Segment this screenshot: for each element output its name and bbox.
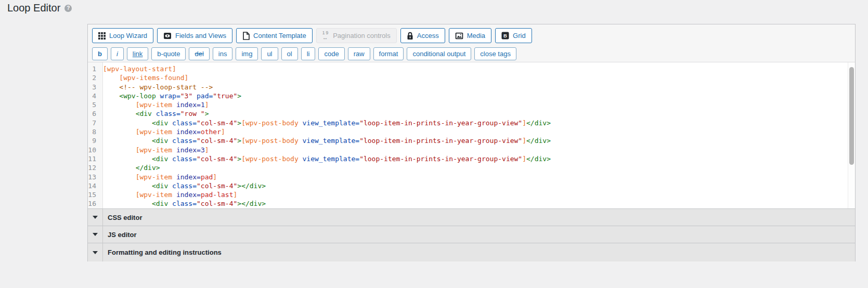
content-template-label: Content Template (253, 32, 306, 40)
help-icon[interactable]: ? (64, 5, 72, 12)
svg-text:B: B (503, 33, 507, 38)
editor-scrollbar-thumb[interactable] (849, 67, 854, 165)
line-number: 6 (88, 109, 100, 118)
js-editor-section[interactable]: JS editor (88, 226, 855, 243)
line-content: <div class="col-sm-4">[wpv-post-body vie… (100, 136, 551, 145)
lock-icon (407, 32, 413, 40)
line-number: 15 (88, 190, 100, 199)
line-number: 7 (88, 119, 100, 127)
line-content: [wpv-layout-start] (100, 64, 176, 73)
code-line-11: 11 <div class="col-sm-4">[wpv-post-body … (88, 154, 855, 163)
formatting-and-editing-instructions-section[interactable]: Formatting and editing instructions (88, 243, 855, 261)
quicktag-raw-button[interactable]: raw (348, 47, 370, 60)
code-line-3: 3 <!-- wpv-loop-start --> (88, 83, 855, 91)
line-content: [wpv-item index=other] (100, 127, 225, 136)
line-number: 9 (88, 136, 100, 145)
code-line-14: 14 <div class="col-sm-4"></div> (88, 181, 855, 190)
line-content: <wpv-loop wrap="3" pad="true"> (100, 91, 241, 100)
quicktag-i-button[interactable]: i (111, 47, 124, 60)
fields-and-views-icon (163, 32, 172, 40)
grid-button[interactable]: BGrid (495, 28, 532, 43)
line-content: <div class="col-sm-4">[wpv-post-body vie… (100, 154, 551, 163)
quicktag-close-tags-button[interactable]: close tags (474, 47, 516, 60)
line-content: [wpv-item index=pad] (100, 173, 217, 181)
line-content: </div> (100, 163, 160, 172)
line-number: 3 (88, 83, 100, 91)
quicktags-toolbar: bilinkb-quotedelinsimgulollicoderawforma… (88, 44, 855, 62)
page-header: Loop Editor ? (7, 2, 72, 14)
code-line-10: 10 [wpv-item index=3] (88, 146, 855, 154)
quicktag-conditional-output-button[interactable]: conditional output (407, 47, 471, 60)
bootstrap-grid-icon: B (501, 32, 509, 40)
pagination-icon: 19↔ (322, 31, 329, 41)
code-line-9: 9 <div class="col-sm-4">[wpv-post-body v… (88, 136, 855, 145)
quicktag-li-button[interactable]: li (301, 47, 316, 60)
css-editor-label: CSS editor (103, 209, 142, 226)
content-template-icon (242, 32, 250, 40)
quicktag-ol-button[interactable]: ol (281, 47, 298, 60)
editor-toolbar: Loop WizardFields and ViewsContent Templ… (88, 24, 855, 44)
pagination-controls-label: Pagination controls (333, 32, 391, 40)
code-line-8: 8 [wpv-item index=other] (88, 127, 855, 136)
code-line-7: 7 <div class="col-sm-4">[wpv-post-body v… (88, 119, 855, 127)
line-content: <div class="col-sm-4"></div> (100, 199, 266, 208)
quicktag-ul-button[interactable]: ul (261, 47, 278, 60)
access-button[interactable]: Access (400, 28, 445, 43)
code-line-12: 12 </div> (88, 163, 855, 172)
code-line-15: 15 [wpv-item index=pad-last] (88, 190, 855, 199)
content-template-button[interactable]: Content Template (236, 28, 313, 43)
line-number: 5 (88, 100, 100, 109)
quicktag-ins-button[interactable]: ins (213, 47, 233, 60)
line-number: 1 (88, 64, 100, 73)
line-number: 13 (88, 173, 100, 181)
quicktag-link-button[interactable]: link (127, 47, 149, 60)
quicktag-format-button[interactable]: format (373, 47, 404, 60)
fields-and-views-button[interactable]: Fields and Views (157, 28, 232, 43)
grid-label: Grid (513, 32, 526, 40)
line-number: 4 (88, 91, 100, 100)
chevron-down-icon (88, 243, 103, 261)
code-line-4: 4 <wpv-loop wrap="3" pad="true"> (88, 91, 855, 100)
media-button[interactable]: Media (449, 28, 491, 43)
quicktag-b-quote-button[interactable]: b-quote (151, 47, 186, 60)
quicktag-code-button[interactable]: code (318, 47, 344, 60)
loop-wizard-button[interactable]: Loop Wizard (92, 28, 153, 43)
quicktag-img-button[interactable]: img (236, 47, 258, 60)
accordion-sections: CSS editorJS editorFormatting and editin… (88, 208, 855, 261)
line-number: 8 (88, 127, 100, 136)
line-content: [wpv-item index=pad-last] (100, 190, 237, 199)
loop-wizard-grid-icon (98, 32, 106, 40)
line-content: [wpv-item index=1] (100, 100, 209, 109)
line-number: 12 (88, 163, 100, 172)
quicktag-b-button[interactable]: b (92, 47, 108, 60)
media-image-icon (455, 32, 463, 40)
line-number: 2 (88, 73, 100, 82)
code-line-5: 5 [wpv-item index=1] (88, 100, 855, 109)
media-label: Media (467, 32, 485, 40)
code-line-1: 1[wpv-layout-start] (88, 64, 855, 73)
chevron-down-icon (88, 209, 103, 226)
line-number: 11 (88, 154, 100, 163)
quicktag-del-button[interactable]: del (189, 47, 209, 60)
line-number: 10 (88, 146, 100, 154)
code-line-13: 13 [wpv-item index=pad] (88, 173, 855, 181)
line-content: <!-- wpv-loop-start --> (100, 83, 213, 91)
line-content: <div class="col-sm-4"></div> (100, 181, 266, 190)
loop-editor-code-area[interactable]: 1[wpv-layout-start]2 [wpv-items-found]3 … (88, 62, 855, 208)
code-line-2: 2 [wpv-items-found] (88, 73, 855, 82)
chevron-down-icon (88, 226, 103, 243)
access-label: Access (417, 32, 439, 40)
page-title: Loop Editor (7, 2, 60, 14)
pagination-controls-button: 19↔Pagination controls (316, 28, 397, 43)
code-line-6: 6 <div class="row "> (88, 109, 855, 118)
line-number: 16 (88, 199, 100, 208)
formatting-and-editing-instructions-label: Formatting and editing instructions (103, 243, 222, 261)
line-content: [wpv-items-found] (100, 73, 188, 82)
line-content: <div class="row "> (100, 109, 209, 118)
fields-and-views-label: Fields and Views (175, 32, 226, 40)
editor-scrollbar[interactable] (848, 62, 855, 208)
js-editor-label: JS editor (103, 226, 137, 243)
loop-editor-panel: Loop WizardFields and ViewsContent Templ… (87, 24, 856, 261)
line-content: [wpv-item index=3] (100, 146, 209, 154)
css-editor-section[interactable]: CSS editor (88, 208, 855, 226)
